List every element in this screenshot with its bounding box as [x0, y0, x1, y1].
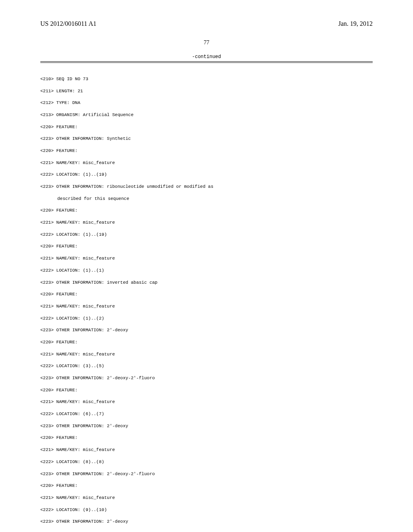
seq-line: <222> LOCATION: (1)..(2)	[40, 316, 373, 322]
seq-line: <221> NAME/KEY: misc_feature	[40, 447, 373, 453]
seq-line: <220> FEATURE:	[40, 243, 373, 249]
page-number: 77	[40, 39, 373, 46]
seq-line: <213> ORGANISM: Artificial Sequence	[40, 112, 373, 118]
seq-line-indent: described for this sequence	[40, 196, 373, 202]
seq-line: <223> OTHER INFORMATION: 2'-deoxy	[40, 423, 373, 429]
seq-line: <222> LOCATION: (8)..(8)	[40, 459, 373, 465]
seq-line: <223> OTHER INFORMATION: 2'-deoxy	[40, 519, 373, 525]
seq-line: <220> FEATURE:	[40, 124, 373, 130]
seq-line: <221> NAME/KEY: misc_feature	[40, 351, 373, 357]
seq-line: <221> NAME/KEY: misc_feature	[40, 399, 373, 405]
seq-line: <223> OTHER INFORMATION: inverted abasic…	[40, 280, 373, 286]
seq-line: <223> OTHER INFORMATION: ribonucleotide …	[40, 184, 373, 190]
seq-line: <222> LOCATION: (3)..(5)	[40, 363, 373, 369]
seq-line: <221> NAME/KEY: misc_feature	[40, 160, 373, 166]
seq-line: <220> FEATURE:	[40, 148, 373, 154]
seq-line: <220> FEATURE:	[40, 483, 373, 489]
seq-line: <212> TYPE: DNA	[40, 100, 373, 106]
seq-line: <223> OTHER INFORMATION: 2'-deoxy-2'-flu…	[40, 471, 373, 477]
seq-line: <222> LOCATION: (1)..(19)	[40, 172, 373, 178]
seq-line: <222> LOCATION: (1)..(19)	[40, 232, 373, 238]
seq-line: <211> LENGTH: 21	[40, 88, 373, 94]
seq-line: <221> NAME/KEY: misc_feature	[40, 220, 373, 226]
seq-line: <220> FEATURE:	[40, 435, 373, 441]
seq-line: <221> NAME/KEY: misc_feature	[40, 256, 373, 262]
publication-date: Jan. 19, 2012	[338, 20, 373, 27]
seq-line: <220> FEATURE:	[40, 291, 373, 297]
seq-line: <222> LOCATION: (1)..(1)	[40, 268, 373, 274]
rule-bottom	[40, 62, 373, 63]
seq-line: <210> SEQ ID NO 73	[40, 76, 373, 82]
seq-line: <223> OTHER INFORMATION: 2'-deoxy	[40, 327, 373, 333]
page-header: US 2012/0016011 A1 Jan. 19, 2012	[40, 20, 373, 27]
sequence-listing: <210> SEQ ID NO 73 <211> LENGTH: 21 <212…	[40, 70, 373, 532]
seq-line: <220> FEATURE:	[40, 208, 373, 214]
seq-line: <223> OTHER INFORMATION: 2'-deoxy-2'-flu…	[40, 375, 373, 381]
publication-number: US 2012/0016011 A1	[40, 20, 96, 27]
seq-line: <223> OTHER INFORMATION: Synthetic	[40, 136, 373, 142]
seq-line: <221> NAME/KEY: misc_feature	[40, 495, 373, 501]
seq-line: <222> LOCATION: (9)..(10)	[40, 507, 373, 513]
seq-line: <220> FEATURE:	[40, 339, 373, 345]
seq-line: <221> NAME/KEY: misc_feature	[40, 303, 373, 310]
seq-line: <222> LOCATION: (6)..(7)	[40, 411, 373, 417]
rule-top	[40, 61, 373, 62]
page-container: US 2012/0016011 A1 Jan. 19, 2012 77 -con…	[0, 0, 413, 532]
continued-label: -continued	[40, 54, 373, 60]
seq-line: <220> FEATURE:	[40, 387, 373, 393]
